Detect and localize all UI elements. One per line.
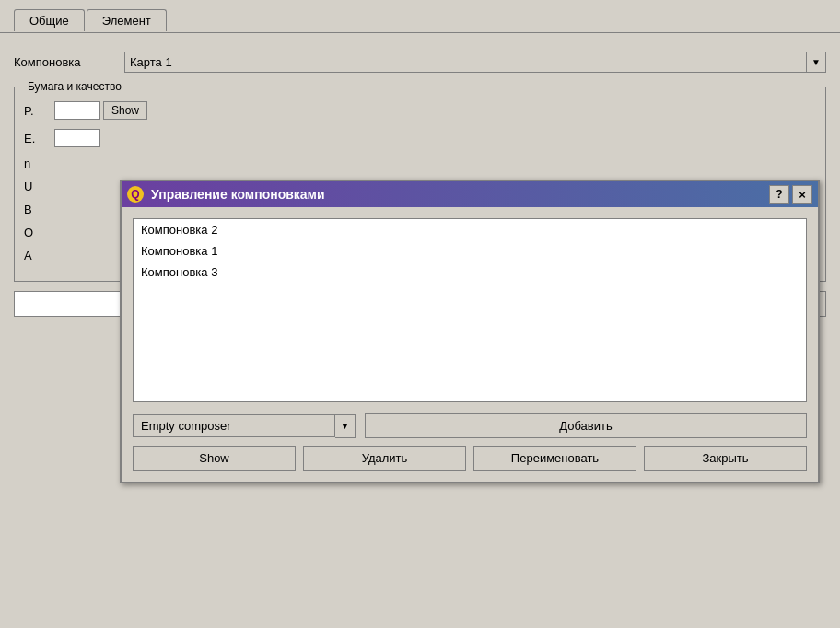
list-item-2[interactable]: Компоновка 3 [134,262,806,283]
add-button[interactable]: Добавить [365,413,807,438]
dialog-title: Управление компоновками [151,187,769,202]
dialog-close-button[interactable]: × [792,185,812,204]
delete-button[interactable]: Удалить [303,446,466,471]
dialog-logo-icon: Q [127,186,144,203]
show-button[interactable]: Show [133,446,296,471]
dialog-row2: Show Удалить Переименовать Закрыть [133,446,807,471]
close-button[interactable]: Закрыть [644,446,807,471]
modal-overlay: Q Управление компоновками ? × Компоновка… [0,0,840,628]
dialog-help-button[interactable]: ? [769,185,789,204]
dialog-body: Компоновка 2 Компоновка 1 Компоновка 3 E… [122,207,818,482]
list-item-0[interactable]: Компоновка 2 [134,219,806,240]
dialog-titlebar: Q Управление компоновками ? × [122,181,818,207]
composer-dropdown-wrap: Empty composer ▼ [133,414,356,438]
dialog-row1: Empty composer ▼ Добавить [133,413,807,438]
composer-arrow-icon[interactable]: ▼ [335,414,356,438]
layouts-listbox[interactable]: Компоновка 2 Компоновка 1 Компоновка 3 [133,218,807,402]
composer-select[interactable]: Empty composer [133,414,335,437]
rename-button[interactable]: Переименовать [473,446,636,471]
dialog-manage-layouts: Q Управление компоновками ? × Компоновка… [120,180,820,483]
list-item-1[interactable]: Компоновка 1 [134,240,806,262]
